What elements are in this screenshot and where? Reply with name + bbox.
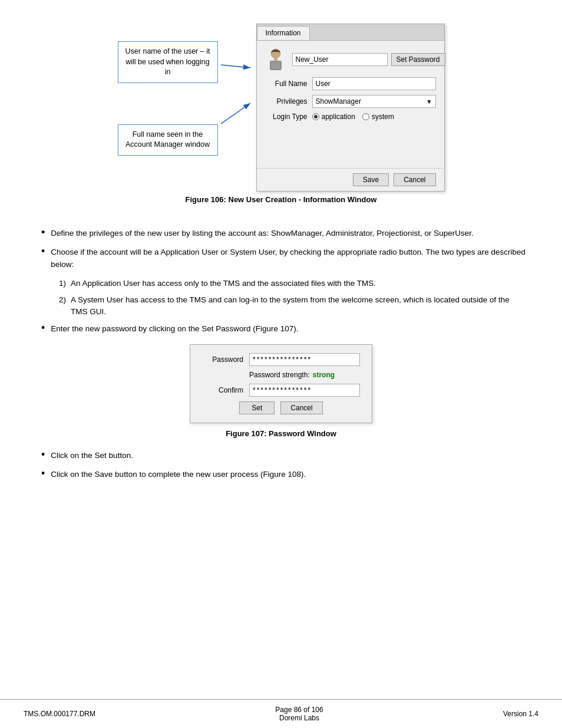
bullet-text-5: Click on the Save button to complete the… (51, 469, 306, 480)
password-label: Password (202, 355, 243, 364)
num-1: 1) (59, 278, 66, 289)
num-2: 2) (59, 294, 66, 306)
callout1-text: User name of the user – it will be used … (125, 47, 210, 76)
chevron-down-icon: ▼ (427, 98, 432, 105)
callout-box-1: User name of the user – it will be used … (118, 41, 218, 83)
footer-page: Page 86 of 106 (275, 706, 323, 714)
svg-rect-6 (271, 62, 280, 69)
bullet-dot-3: • (41, 322, 45, 333)
dialog-footer: Save Cancel (257, 168, 444, 191)
numbered-text-2: A System User has access to the TMS and … (71, 294, 527, 318)
footer-center: Page 86 of 106 Doremi Labs (275, 706, 323, 722)
callout2-text: Full name seen in the Account Manager wi… (125, 130, 210, 149)
password-strength-label: Password strength: (249, 371, 310, 379)
login-type-radio-group: application system (312, 113, 394, 121)
callout-box-2: Full name seen in the Account Manager wi… (118, 124, 218, 156)
username-row: Set Password (265, 48, 436, 71)
radio-system[interactable]: system (362, 113, 394, 121)
pwd-cancel-button[interactable]: Cancel (280, 401, 322, 414)
bullet-text-1: Define the privileges of the new user by… (51, 228, 473, 239)
radio-application[interactable]: application (312, 113, 355, 121)
user-avatar (265, 48, 286, 71)
dialog-tab-bar: Information (257, 24, 444, 41)
svg-rect-5 (274, 58, 277, 61)
username-input[interactable] (292, 53, 388, 66)
login-type-label: Login Type (265, 113, 308, 121)
set-password-button[interactable]: Set Password (391, 53, 445, 66)
bullet-item-2: • Choose if the account will be a Applic… (35, 246, 527, 271)
privileges-select[interactable]: ShowManager ▼ (312, 95, 436, 108)
bullet-text-3: Enter the new password by clicking on th… (51, 323, 298, 335)
privileges-row: Privileges ShowManager ▼ (265, 95, 436, 108)
bullet-item-5: • Click on the Save button to complete t… (35, 469, 527, 480)
save-button[interactable]: Save (353, 173, 389, 186)
numbered-item-2: 2) A System User has access to the TMS a… (59, 294, 527, 318)
confirm-input[interactable] (249, 384, 360, 397)
password-strength-value: strong (313, 371, 335, 379)
bullet-dot-5: • (41, 468, 45, 479)
numbered-list: 1) An Application User has access only t… (59, 278, 527, 318)
bullet-item-1: • Define the privileges of the new user … (35, 228, 527, 239)
bullet-dot-2: • (41, 246, 45, 256)
radio-application-label: application (322, 113, 355, 121)
password-strength-row: Password strength: strong (202, 371, 360, 379)
bullet-section-2: • Click on the Set button. • Click on th… (35, 450, 527, 481)
fullname-input[interactable] (312, 77, 436, 90)
numbered-item-1: 1) An Application User has access only t… (59, 278, 527, 289)
password-input[interactable] (249, 353, 360, 366)
bullet-dot-4: • (41, 449, 45, 460)
privileges-label: Privileges (265, 97, 308, 106)
bullet-item-4: • Click on the Set button. (35, 450, 527, 462)
confirm-row: Confirm (202, 384, 360, 397)
page-footer: TMS.OM.000177.DRM Page 86 of 106 Doremi … (0, 699, 562, 728)
svg-line-1 (221, 103, 250, 124)
connector-arrows (221, 41, 256, 165)
figure106-caption: Figure 106: New User Creation - Informat… (186, 195, 377, 204)
fullname-row: Full Name (265, 77, 436, 90)
bullet-dot-1: • (41, 227, 45, 238)
login-type-row: Login Type application system (265, 113, 436, 121)
footer-company: Doremi Labs (275, 714, 323, 722)
bullet-text-4: Click on the Set button. (51, 450, 133, 462)
set-button[interactable]: Set (239, 401, 275, 414)
bullet-item-3: • Enter the new password by clicking on … (35, 323, 527, 335)
info-tab[interactable]: Information (257, 26, 310, 40)
numbered-text-1: An Application User has access only to t… (71, 278, 376, 289)
privileges-value: ShowManager (316, 97, 361, 106)
footer-left: TMS.OM.000177.DRM (24, 710, 95, 718)
figure107-caption: Figure 107: Password Window (35, 429, 527, 438)
pwd-buttons: Set Cancel (202, 401, 360, 414)
confirm-label: Confirm (202, 386, 243, 394)
fullname-label: Full Name (265, 80, 308, 88)
bullet-text-2: Choose if the account will be a Applicat… (51, 246, 527, 271)
radio-system-label: system (372, 113, 394, 121)
radio-system-circle[interactable] (362, 113, 369, 120)
password-row: Password (202, 353, 360, 366)
info-dialog: Information (256, 24, 445, 192)
password-dialog: Password Password strength: strong Confi… (190, 344, 372, 423)
footer-right: Version 1.4 (503, 710, 538, 718)
figure107-container: Password Password strength: strong Confi… (35, 344, 527, 423)
bullet-section-1: • Define the privileges of the new user … (35, 228, 527, 335)
cancel-button[interactable]: Cancel (394, 173, 435, 186)
svg-line-0 (221, 65, 250, 68)
radio-application-circle[interactable] (312, 113, 319, 120)
